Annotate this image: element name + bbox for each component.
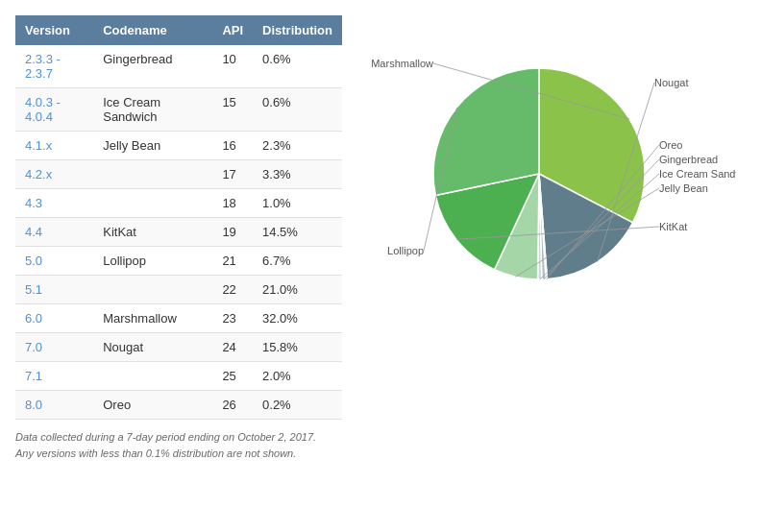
cell-codename: Ice Cream Sandwich [93, 88, 212, 132]
cell-api: 25 [212, 362, 253, 391]
cell-api: 17 [212, 160, 253, 189]
cell-codename: KitKat [93, 218, 212, 247]
table-row: 4.1.x Jelly Bean 16 2.3% [15, 132, 342, 160]
cell-codename: Lollipop [93, 247, 212, 276]
footnote-line2: Any versions with less than 0.1% distrib… [15, 446, 342, 462]
cell-api: 15 [212, 88, 253, 132]
distribution-table: Version Codename API Distribution 2.3.3 … [15, 15, 342, 420]
cell-distribution: 3.3% [253, 160, 342, 189]
cell-codename: Oreo [93, 391, 212, 420]
label-gingerbread: Gingerbread [659, 154, 718, 165]
col-codename: Codename [93, 15, 212, 45]
cell-version[interactable]: 5.1 [15, 276, 93, 304]
cell-version[interactable]: 2.3.3 - 2.3.7 [15, 45, 93, 88]
cell-version[interactable]: 5.0 [15, 247, 93, 276]
label-ice-cream-sandwich: Ice Cream Sandwich [659, 168, 736, 180]
cell-distribution: 6.7% [253, 247, 342, 276]
cell-version[interactable]: 4.3 [15, 189, 93, 218]
cell-codename: Marshmallow [93, 304, 212, 333]
cell-distribution: 2.0% [253, 362, 342, 391]
cell-api: 23 [212, 304, 253, 333]
label-marshmallow: Marshmallow [371, 58, 433, 69]
pie-svg: MarshmallowNougatOreoGingerbreadIce Crea… [371, 25, 736, 313]
cell-api: 21 [212, 247, 253, 276]
cell-api: 22 [212, 276, 253, 304]
cell-api: 26 [212, 391, 253, 420]
cell-distribution: 14.5% [253, 218, 342, 247]
col-api: API [212, 15, 253, 45]
footnote: Data collected during a 7-day period end… [15, 429, 342, 461]
cell-version[interactable]: 4.1.x [15, 132, 93, 160]
table-row: 4.0.3 - 4.0.4 Ice Cream Sandwich 15 0.6% [15, 88, 342, 132]
table-row: 4.3 18 1.0% [15, 189, 342, 218]
cell-distribution: 21.0% [253, 276, 342, 304]
cell-distribution: 15.8% [253, 333, 342, 362]
cell-version[interactable]: 6.0 [15, 304, 93, 333]
main-container: Version Codename API Distribution 2.3.3 … [15, 15, 746, 461]
cell-version[interactable]: 7.0 [15, 333, 93, 362]
label-jelly-bean: Jelly Bean [659, 182, 708, 194]
segment-lollipop [433, 68, 539, 195]
table-row: 7.0 Nougat 24 15.8% [15, 333, 342, 362]
cell-api: 24 [212, 333, 253, 362]
table-row: 8.0 Oreo 26 0.2% [15, 391, 342, 420]
cell-api: 10 [212, 45, 253, 88]
cell-distribution: 1.0% [253, 189, 342, 218]
cell-version[interactable]: 4.2.x [15, 160, 93, 189]
cell-codename: Nougat [93, 333, 212, 362]
cell-codename: Jelly Bean [93, 132, 212, 160]
cell-distribution: 0.6% [253, 45, 342, 88]
cell-codename [93, 160, 212, 189]
cell-version[interactable]: 7.1 [15, 362, 93, 391]
label-lollipop: Lollipop [387, 245, 424, 256]
col-distribution: Distribution [253, 15, 342, 45]
cell-api: 18 [212, 189, 253, 218]
cell-version[interactable]: 8.0 [15, 391, 93, 420]
cell-api: 19 [212, 218, 253, 247]
table-row: 7.1 25 2.0% [15, 362, 342, 391]
cell-version[interactable]: 4.0.3 - 4.0.4 [15, 88, 93, 132]
cell-distribution: 2.3% [253, 132, 342, 160]
pie-chart: MarshmallowNougatOreoGingerbreadIce Crea… [371, 25, 736, 313]
table-row: 5.1 22 21.0% [15, 276, 342, 304]
label-nougat: Nougat [654, 77, 688, 88]
cell-version[interactable]: 4.4 [15, 218, 93, 247]
table-row: 4.4 KitKat 19 14.5% [15, 218, 342, 247]
table-row: 2.3.3 - 2.3.7 Gingerbread 10 0.6% [15, 45, 342, 88]
label-kitkat: KitKat [659, 221, 687, 232]
footnote-line1: Data collected during a 7-day period end… [15, 429, 342, 446]
col-version: Version [15, 15, 93, 45]
table-row: 6.0 Marshmallow 23 32.0% [15, 304, 342, 333]
cell-codename [93, 362, 212, 391]
cell-codename [93, 276, 212, 304]
cell-codename: Gingerbread [93, 45, 212, 88]
label-oreo: Oreo [659, 139, 682, 151]
cell-distribution: 0.6% [253, 88, 342, 132]
cell-distribution: 32.0% [253, 304, 342, 333]
table-row: 5.0 Lollipop 21 6.7% [15, 247, 342, 276]
chart-section: MarshmallowNougatOreoGingerbreadIce Crea… [361, 15, 746, 313]
cell-api: 16 [212, 132, 253, 160]
table-section: Version Codename API Distribution 2.3.3 … [15, 15, 342, 461]
cell-distribution: 0.2% [253, 391, 342, 420]
cell-codename [93, 189, 212, 218]
table-row: 4.2.x 17 3.3% [15, 160, 342, 189]
